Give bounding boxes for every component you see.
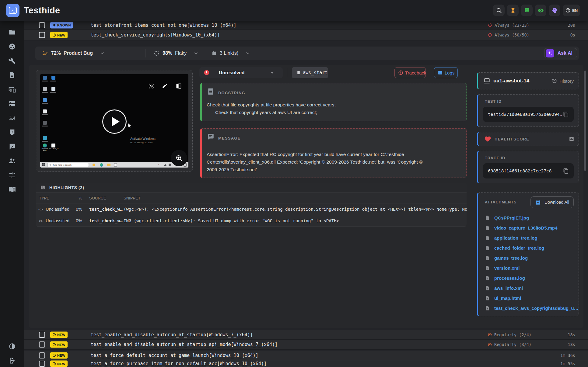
pending-button[interactable]: [507, 5, 519, 16]
film-reel-icon: [8, 43, 16, 50]
ask-ai-button[interactable]: Ask AI: [544, 48, 577, 58]
trace-id-box: 698518f14661e882c7ee27c8: [483, 163, 574, 178]
zoom-preview-button[interactable]: [171, 150, 187, 166]
attachment-link[interactable]: processes.log: [478, 273, 579, 283]
badge-label: NEW: [57, 343, 65, 346]
language-selector[interactable]: EN: [563, 5, 580, 16]
highlight-row[interactable]: <> Unclassified 0% test_check_w… ING (wg…: [36, 215, 467, 227]
history-button[interactable]: History: [551, 78, 574, 84]
file-icon: [485, 235, 490, 241]
row-checkbox[interactable]: [39, 32, 45, 38]
target-icon: [488, 342, 492, 347]
attachment-link[interactable]: aws_info.xml: [478, 283, 579, 293]
trend-icon: [42, 50, 48, 57]
sidebar-item-projects[interactable]: [8, 28, 16, 36]
test-row[interactable]: NEW test_enable_and_disable_autorun_at_s…: [24, 340, 588, 350]
bug-icon: [52, 23, 56, 27]
product-bug-dropdown[interactable]: 72% Product Bug: [42, 47, 105, 60]
copy-trace-id-button[interactable]: [563, 168, 569, 174]
taskbar-icon: [93, 164, 95, 166]
attachment-link[interactable]: ui_map.html: [478, 293, 579, 303]
traceback-button[interactable]: Traceback: [394, 67, 426, 78]
logs-button[interactable]: Logs: [434, 67, 458, 78]
attachment-link[interactable]: video_capture_L36lIoD5.mp4: [478, 223, 579, 233]
attachment-link[interactable]: games_tree.log: [478, 253, 579, 263]
annotate-button[interactable]: [162, 83, 168, 89]
row-checkbox[interactable]: [39, 352, 45, 358]
chat-icon: [524, 7, 530, 13]
links-dropdown[interactable]: 3 Link(s): [211, 47, 250, 60]
sidebar-item-media[interactable]: [8, 43, 16, 50]
copy-test-id-button[interactable]: [563, 112, 569, 117]
row-checkbox[interactable]: [39, 361, 45, 367]
sidebar-item-settings[interactable]: [9, 171, 16, 179]
sidebar-item-reviews[interactable]: [9, 143, 16, 151]
sidebar-item-documents[interactable]: [9, 71, 16, 79]
attachment-link[interactable]: test_check_aws_copyrightsdebug_u…: [478, 303, 579, 313]
app-logo[interactable]: >_: [6, 4, 19, 17]
attachment-link[interactable]: application_tree.log: [478, 233, 579, 243]
alert-circle-icon: [398, 70, 403, 75]
attachment-link[interactable]: cached_folder_tree.log: [478, 243, 579, 253]
status-badge: NEW: [50, 352, 68, 358]
test-id-value: testid#71d0e68a1957b30e0294…: [488, 112, 562, 117]
sidebar-item-analytics[interactable]: [8, 114, 16, 122]
highlight-row[interactable]: <> Unclassified 0% test_check_w… (wgc:<N…: [36, 203, 467, 215]
tab-aws-start[interactable]: aws_start: [292, 67, 328, 78]
test-row[interactable]: NEW test_enable_and_disable_autorun_at_s…: [24, 330, 588, 340]
theme-toggle[interactable]: [9, 343, 16, 350]
sync-icon: [488, 23, 492, 28]
sidebar-item-tools[interactable]: [9, 57, 16, 65]
flaky-dropdown[interactable]: 98% Flaky: [153, 47, 198, 60]
health-chart-button[interactable]: [569, 136, 574, 142]
contrast-icon: [9, 343, 16, 350]
sidebar-item-devices[interactable]: [8, 85, 16, 94]
video-thumbnail[interactable]: Microsoft Edge WGCheck_EU Activate Windo…: [40, 74, 188, 168]
file-icon: [485, 296, 490, 301]
sidebar-item-docs[interactable]: [8, 185, 16, 193]
chevron-down-icon: [245, 51, 250, 56]
host-card: ua1-awsbot-14 History: [477, 72, 579, 89]
test-row[interactable]: NEW test_a_force_purchase_item_for_non_d…: [24, 360, 588, 367]
test-row[interactable]: NEW test_a_force_default_account_at_game…: [24, 351, 588, 360]
target-icon: [488, 332, 492, 337]
test-id-label: TEST ID: [485, 99, 502, 104]
ai-assistant-button[interactable]: [549, 5, 560, 16]
file-icon: [485, 245, 490, 251]
scan-region-button[interactable]: [148, 83, 154, 89]
badge-label: NEW: [57, 354, 65, 357]
taskbar-folder-icon: [107, 164, 110, 166]
triage-toolbar: 72% Product Bug 98% Flaky 3 Link(s) Ask …: [35, 47, 579, 60]
bug-icon: [211, 50, 217, 56]
file-icon: [485, 286, 490, 291]
download-all-button[interactable]: Download All: [530, 196, 574, 208]
watch-button[interactable]: [535, 5, 546, 16]
toolbar-divider: [145, 49, 145, 57]
scrollbar-thumb[interactable]: [584, 71, 586, 171]
row-checkbox[interactable]: [39, 341, 45, 348]
sidebar-item-quality[interactable]: [9, 129, 16, 136]
status-badge: NEW: [50, 331, 68, 338]
badge-label: KNOWN: [57, 23, 71, 27]
sidebar-item-services[interactable]: [9, 100, 16, 108]
desktop-icon: [41, 98, 49, 104]
trace-id-value: 698518f14661e882c7ee27c8: [488, 168, 552, 173]
attachment-link[interactable]: version.xml: [478, 263, 579, 273]
eye-icon: [537, 7, 544, 14]
compare-button[interactable]: [176, 83, 182, 89]
search-button[interactable]: [493, 5, 505, 16]
row-checkbox[interactable]: [39, 22, 45, 28]
status-badge: NEW: [50, 361, 68, 367]
resolution-dropdown[interactable]: Unresolved: [199, 67, 283, 78]
comments-button[interactable]: [521, 5, 533, 16]
sidebar-item-users[interactable]: [8, 157, 16, 165]
highlights-header[interactable]: HIGHLIGHTS (2): [36, 183, 467, 192]
row-checkbox[interactable]: [39, 332, 45, 338]
attachment-link[interactable]: QCsPPrqIET.jpg: [478, 213, 579, 223]
product-bug-percent: 72%: [51, 50, 61, 56]
play-button[interactable]: [102, 109, 127, 134]
logout-button[interactable]: [9, 357, 16, 365]
test-row[interactable]: KNOWN test_storefront_items_count_not_on…: [24, 21, 588, 30]
test-row[interactable]: NEW test_check_service_copyrights[Window…: [24, 30, 588, 40]
highlights-section: HIGHLIGHTS (2) TYPE % SOURCE SNIPPET <> …: [36, 183, 467, 227]
